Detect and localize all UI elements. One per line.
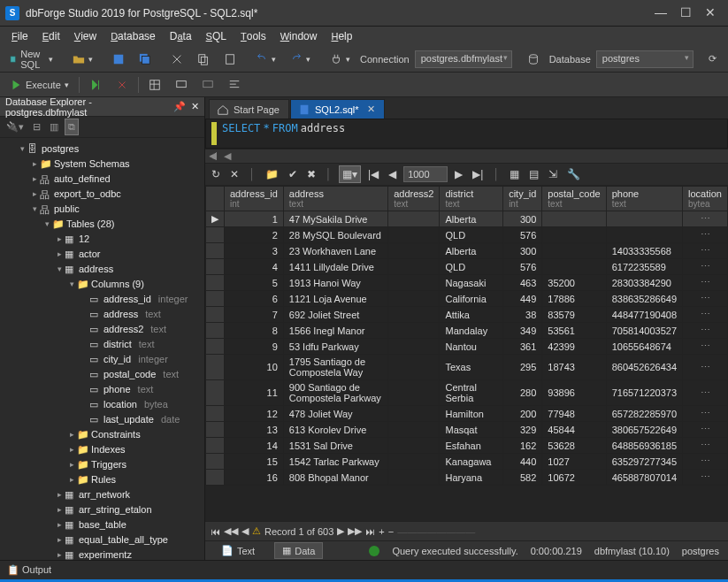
cell-postal_code[interactable]: 77948 xyxy=(542,406,606,422)
cell-phone[interactable]: 465887807014 xyxy=(606,470,682,486)
cell-city_id[interactable]: 38 xyxy=(503,307,542,323)
next-page-button[interactable]: ▶ xyxy=(452,166,465,182)
nav-del[interactable]: − xyxy=(388,526,394,537)
nav-next[interactable]: ▶ xyxy=(337,525,344,537)
cell-location[interactable]: ⋯ xyxy=(683,243,728,259)
editor-hscroll[interactable]: ⯇◀ xyxy=(205,149,728,163)
col-city_id[interactable]: city_idint xyxy=(503,187,542,211)
tree-node-indexes[interactable]: ▸📁Indexes xyxy=(0,441,204,456)
cell-address[interactable]: 1542 Tarlac Parkway xyxy=(283,454,387,470)
table-row[interactable]: 5 1913 Hanoi Way Nagasaki 463 35200 2830… xyxy=(206,275,728,291)
reject-button[interactable]: ✖ xyxy=(304,166,318,182)
cell-district[interactable]: Alberta xyxy=(440,211,503,227)
cell-postal_code[interactable]: 18743 xyxy=(542,355,606,380)
filter-button[interactable]: ▥ xyxy=(47,119,61,134)
cell-phone[interactable]: 448477190408 xyxy=(606,307,682,323)
cell-postal_code[interactable]: 83579 xyxy=(542,307,606,323)
cell-location[interactable]: ⋯ xyxy=(683,275,728,291)
cell-city_id[interactable]: 280 xyxy=(503,380,542,406)
cell-location[interactable]: ⋯ xyxy=(683,454,728,470)
cell-location[interactable]: ⋯ xyxy=(683,438,728,454)
cell-phone[interactable] xyxy=(606,227,682,243)
cell-location[interactable]: ⋯ xyxy=(683,470,728,486)
table-row[interactable]: 9 53 Idfu Parkway Nantou 361 42399 10655… xyxy=(206,339,728,355)
cell-address[interactable]: 1913 Hanoi Way xyxy=(283,275,387,291)
cell-phone[interactable]: 657282285970 xyxy=(606,406,682,422)
cell-district[interactable]: California xyxy=(440,291,503,307)
text-tab[interactable]: 📄 Text xyxy=(214,543,262,558)
twisty-icon[interactable]: ▸ xyxy=(67,430,77,439)
col-address[interactable]: addresstext xyxy=(283,187,387,211)
cell-city_id[interactable]: 300 xyxy=(503,211,542,227)
cell-postal_code[interactable]: 17886 xyxy=(542,291,606,307)
twisty-icon[interactable]: ▾ xyxy=(30,204,40,213)
cell-address2[interactable] xyxy=(388,323,440,339)
row-header[interactable] xyxy=(206,227,225,243)
tree-node-last-update[interactable]: ▭last_updatedate xyxy=(0,411,204,426)
row-header[interactable] xyxy=(206,323,225,339)
cell-district[interactable]: Attika xyxy=(440,307,503,323)
twisty-icon[interactable]: ▸ xyxy=(55,550,65,559)
col-address_id[interactable]: address_idint xyxy=(225,187,284,211)
nav-prev-page[interactable]: ◀◀ xyxy=(224,525,238,537)
table-row[interactable]: 15 1542 Tarlac Parkway Kanagawa 440 1027… xyxy=(206,454,728,470)
menu-help[interactable]: Help xyxy=(325,28,358,44)
tree-node-arr-network[interactable]: ▸▦arr_network xyxy=(0,486,204,502)
cell-location[interactable]: ⋯ xyxy=(683,406,728,422)
cell-address_id[interactable]: 3 xyxy=(225,243,284,259)
undo-button[interactable]: ▾ xyxy=(251,51,280,67)
cell-postal_code[interactable]: 53628 xyxy=(542,438,606,454)
cell-city_id[interactable]: 162 xyxy=(503,438,542,454)
cell-location[interactable]: ⋯ xyxy=(683,307,728,323)
tree-node-public[interactable]: ▾品public xyxy=(0,201,204,216)
cell-district[interactable]: Nagasaki xyxy=(440,275,503,291)
cell-address[interactable]: 23 Workhaven Lane xyxy=(283,243,387,259)
cell-address_id[interactable]: 8 xyxy=(225,323,284,339)
cell-address[interactable]: 47 MySakila Drive xyxy=(283,211,387,227)
tree-node-district[interactable]: ▭districttext xyxy=(0,336,204,351)
cell-address2[interactable] xyxy=(388,275,440,291)
stop-button[interactable] xyxy=(111,77,133,93)
tree-node-export-to-odbc[interactable]: ▸品export_to_odbc xyxy=(0,186,204,201)
table-row[interactable]: 3 23 Workhaven Lane Alberta 300 14033335… xyxy=(206,243,728,259)
twisty-icon[interactable]: ▸ xyxy=(30,189,40,198)
tree-node-address[interactable]: ▭addresstext xyxy=(0,306,204,321)
cell-address[interactable]: 1795 Santiago de Compostela Way xyxy=(283,355,387,380)
cell-district[interactable]: Esfahan xyxy=(440,438,503,454)
cell-district[interactable]: QLD xyxy=(440,227,503,243)
sql-editor[interactable]: SELECT * FROM address xyxy=(205,119,728,149)
first-page-button[interactable]: |◀ xyxy=(365,166,381,182)
save-button[interactable] xyxy=(108,51,129,67)
cell-address_id[interactable]: 12 xyxy=(225,406,284,422)
cell-phone[interactable]: 380657522649 xyxy=(606,422,682,438)
row-header[interactable] xyxy=(206,307,225,323)
cell-phone[interactable]: 14033335568 xyxy=(606,243,682,259)
grid-view-button[interactable]: ▦ xyxy=(507,166,522,182)
refresh-icon-button[interactable]: ⟳ xyxy=(704,51,721,66)
tree-node-constraints[interactable]: ▸📁Constraints xyxy=(0,426,204,441)
cell-city_id[interactable]: 582 xyxy=(503,470,542,486)
paste-button[interactable] xyxy=(219,51,241,67)
execute-button[interactable]: Execute ▾ xyxy=(5,77,73,93)
cell-phone[interactable]: 860452626434 xyxy=(606,355,682,380)
table-row[interactable]: 7 692 Joliet Street Attika 38 83579 4484… xyxy=(206,307,728,323)
table-row[interactable]: 8 1566 Inegl Manor Mandalay 349 53561 70… xyxy=(206,323,728,339)
cell-address_id[interactable]: 1 xyxy=(225,211,284,227)
row-header[interactable] xyxy=(206,259,225,275)
cell-address[interactable]: 808 Bhopal Manor xyxy=(283,470,387,486)
cell-location[interactable]: ⋯ xyxy=(683,211,728,227)
twisty-icon[interactable]: ▸ xyxy=(67,445,77,454)
cell-city_id[interactable]: 576 xyxy=(503,227,542,243)
cell-address_id[interactable]: 7 xyxy=(225,307,284,323)
nav-last[interactable]: ⏭ xyxy=(365,526,375,537)
connection-combo[interactable]: postgres.dbfmylast xyxy=(415,50,512,68)
last-page-button[interactable]: ▶| xyxy=(470,166,486,182)
uncomment-button[interactable] xyxy=(197,77,218,93)
cell-city_id[interactable]: 295 xyxy=(503,355,542,380)
cell-address[interactable]: 900 Santiago de Compostela Parkway xyxy=(283,380,387,406)
cell-address2[interactable] xyxy=(388,422,440,438)
cell-district[interactable]: Hamilton xyxy=(440,406,503,422)
cell-phone[interactable]: 705814003527 xyxy=(606,323,682,339)
table-row[interactable]: 4 1411 Lillydale Drive QLD 576 617223558… xyxy=(206,259,728,275)
twisty-icon[interactable]: ▾ xyxy=(42,219,52,228)
